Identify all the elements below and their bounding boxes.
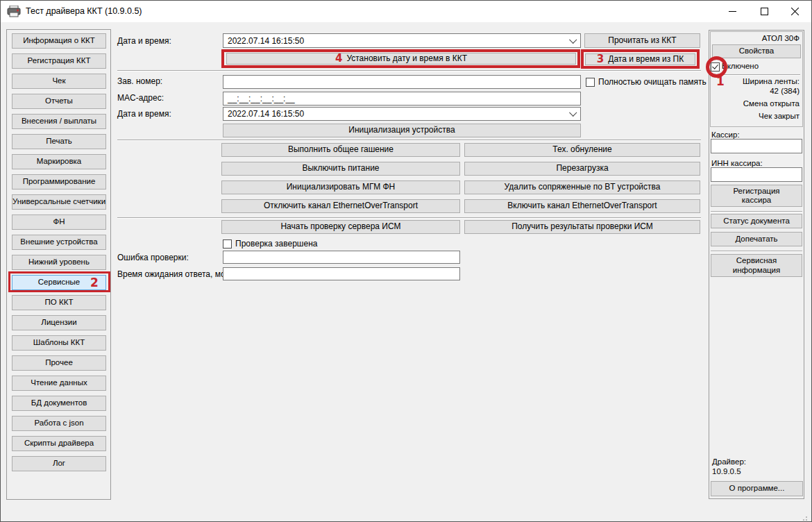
timeout-label: Время ожидания ответа, мс: [117, 269, 227, 279]
maximize-button[interactable] [748, 1, 780, 22]
printer-icon [7, 6, 21, 17]
separator [711, 211, 802, 212]
minimize-icon [729, 11, 736, 12]
app-window: Тест драйвера ККТ (10.9.0.5) Информация … [0, 0, 812, 522]
separator [711, 251, 802, 252]
datetime2-combo-value: 2022.07.14 16:15:50 [228, 109, 304, 119]
datetime-from-pc-button[interactable]: 3 Дата и время из ПК [585, 53, 695, 65]
read-from-kkt-button[interactable]: Прочитать из ККТ [584, 33, 700, 48]
check-error-input[interactable] [223, 251, 460, 264]
sidebar-item-external-devices[interactable]: Внешние устройства [12, 235, 106, 250]
datetime-label: Дата и время: [117, 36, 171, 46]
start-ism-check-button[interactable]: Начать проверку сервера ИСМ [221, 220, 460, 234]
minimize-button[interactable] [716, 1, 748, 22]
driver-version: 10.9.0.5 [712, 467, 741, 475]
shift-status: Смена открыта [713, 99, 800, 108]
datetime-combo[interactable]: 2022.07.14 16:15:50 [223, 33, 581, 48]
sidebar-item-marking[interactable]: Маркировка [12, 154, 106, 169]
resize-grip[interactable] [806, 516, 807, 518]
clear-memory-checkbox[interactable] [586, 78, 595, 87]
sidebar-item-kkt-registration[interactable]: Регистрация ККТ [12, 53, 106, 69]
sidebar-item-low-level[interactable]: Нижний уровень [12, 255, 106, 270]
sidebar-item-driver-scripts[interactable]: Скрипты драйвера [12, 436, 106, 451]
close-icon [790, 7, 800, 16]
disable-eot-button[interactable]: Отключить канал EthernetOverTransport [221, 199, 460, 213]
datetime-from-pc-label: Дата и время из ПК [608, 55, 684, 65]
sidebar-item-kkt-templates[interactable]: Шаблоны ККТ [12, 335, 106, 351]
sidebar-item-programming[interactable]: Программирование [12, 174, 106, 190]
register-cashier-button[interactable]: Регистрация кассира [711, 185, 802, 207]
sidebar-item-reports[interactable]: Отчеты [12, 94, 106, 109]
cashier-label: Кассир: [711, 130, 740, 139]
enabled-checkbox[interactable] [711, 62, 720, 71]
init-mgm-fn-button[interactable]: Инициализировать МГМ ФН [221, 180, 460, 194]
separator [117, 140, 701, 141]
cashier-input[interactable] [711, 139, 802, 153]
sidebar-item-licenses[interactable]: Лицензии [12, 315, 106, 330]
sidebar-item-log[interactable]: Лог [12, 456, 106, 471]
sidebar-item-print[interactable]: Печать [12, 134, 106, 149]
print-more-button[interactable]: Допечатать [711, 232, 802, 246]
device-name: АТОЛ 30Ф [713, 34, 800, 42]
clear-memory-label: Полностью очищать память [598, 77, 707, 87]
receipt-status: Чек закрыт [713, 112, 800, 120]
sidebar-item-cash-in-out[interactable]: Внесения / выплаты [12, 114, 106, 129]
sidebar-item-kkt-info[interactable]: Информация о ККТ [12, 33, 106, 49]
chevron-down-icon [569, 35, 577, 43]
annotation-number-4: 4 [335, 53, 342, 65]
document-status-button[interactable]: Статус документа [711, 214, 802, 228]
check-complete-label: Проверка завершена [235, 239, 317, 249]
datetime2-combo[interactable]: 2022.07.14 16:15:50 [223, 107, 581, 121]
tape-width-label: Ширина ленты: [713, 77, 800, 85]
annotation-number-2: 2 [90, 276, 99, 289]
separator [711, 74, 800, 76]
maximize-icon [761, 8, 768, 15]
annotation-number-3: 3 [597, 53, 604, 65]
serial-input[interactable] [223, 75, 581, 89]
separator [117, 70, 701, 71]
chevron-down-icon [569, 109, 577, 117]
cashier-inn-label: ИНН кассира: [711, 159, 763, 167]
init-device-button[interactable]: Инициализация устройства [223, 124, 581, 137]
enable-eot-button[interactable]: Включить канал EthernetOverTransport [464, 199, 700, 213]
tape-width-value: 42 (384) [713, 87, 800, 95]
cashier-inn-input[interactable] [711, 167, 802, 182]
annotation-number-1: 1 [716, 74, 725, 88]
datetime-combo-value: 2022.07.14 16:15:50 [228, 36, 304, 46]
power-off-button[interactable]: Выключить питание [221, 162, 460, 176]
device-panel: АТОЛ 30Ф Свойства Включено Ширина ленты:… [709, 30, 804, 499]
sidebar-item-universal-counters[interactable]: Универсальные счетчики [12, 194, 106, 210]
datetime2-label: Дата и время: [117, 109, 171, 119]
close-button[interactable] [779, 1, 811, 22]
driver-label: Драйвер: [712, 457, 746, 466]
set-datetime-kkt-button[interactable]: 4 Установить дату и время в ККТ [226, 53, 576, 65]
mac-input[interactable]: __:__:__:__:__:__ [223, 92, 581, 106]
sidebar-item-doc-db[interactable]: БД документов [12, 396, 106, 411]
sidebar: Информация о ККТ Регистрация ККТ Чек Отч… [6, 29, 111, 500]
mac-label: MAC-адрес: [117, 93, 164, 103]
sidebar-item-misc[interactable]: Прочее [12, 355, 106, 371]
sidebar-item-json[interactable]: Работа с json [12, 416, 106, 431]
reboot-button[interactable]: Перезагрузка [464, 162, 700, 176]
sidebar-item-data-reading[interactable]: Чтение данных [12, 376, 106, 391]
title-bar: Тест драйвера ККТ (10.9.0.5) [1, 1, 811, 22]
window-title: Тест драйвера ККТ (10.9.0.5) [26, 1, 142, 22]
check-error-label: Ошибка проверки: [117, 253, 189, 262]
sidebar-item-receipt[interactable]: Чек [12, 74, 106, 89]
set-datetime-kkt-label: Установить дату и время в ККТ [346, 54, 467, 64]
serial-label: Зав. номер: [117, 76, 162, 86]
general-clearing-button[interactable]: Выполнить общее гашение [221, 143, 460, 157]
sidebar-item-kkt-software[interactable]: ПО ККТ [12, 295, 106, 310]
remove-bt-devices-button[interactable]: Удалить сопряженные по BT устройства [464, 180, 700, 194]
enabled-label: Включено [722, 62, 759, 70]
get-ism-results-button[interactable]: Получить результаты проверки ИСМ [464, 220, 700, 234]
service-info-button[interactable]: Сервисная информация [711, 254, 802, 277]
tech-reset-button[interactable]: Тех. обнуление [464, 143, 700, 157]
sidebar-item-fn[interactable]: ФН [12, 214, 106, 230]
timeout-input[interactable] [223, 267, 460, 280]
check-complete-checkbox[interactable] [223, 239, 232, 249]
separator [117, 217, 701, 219]
about-button[interactable]: О программе... [711, 481, 803, 496]
properties-button[interactable]: Свойства [712, 44, 801, 58]
